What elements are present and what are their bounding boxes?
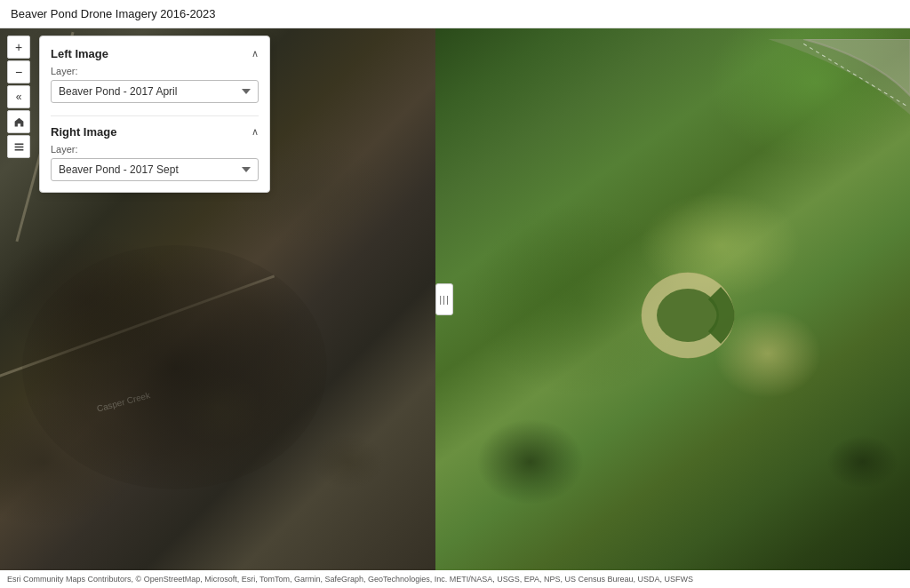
left-layer-label: Layer: <box>51 66 259 76</box>
app-title: Beaver Pond Drone Imagery 2016-2023 <box>11 7 216 20</box>
layers-button[interactable] <box>7 135 30 158</box>
left-image-title: Left Image <box>51 47 108 60</box>
home-button[interactable] <box>7 110 30 133</box>
back-button[interactable]: « <box>7 85 30 108</box>
map-right <box>435 28 910 570</box>
left-image-section: Left Image ∧ Layer: Beaver Pond - 2017 A… <box>51 47 259 103</box>
attribution-bar: Esri Community Maps Contributors, © Open… <box>0 570 910 588</box>
right-image-chevron[interactable]: ∧ <box>251 126 259 138</box>
title-bar: Beaver Pond Drone Imagery 2016-2023 <box>0 0 910 28</box>
right-layer-select[interactable]: Beaver Pond - 2017 Sept Beaver Pond - 20… <box>51 158 259 181</box>
layer-panel: Left Image ∧ Layer: Beaver Pond - 2017 A… <box>39 36 270 193</box>
left-image-header: Left Image ∧ <box>51 47 259 60</box>
svg-rect-3 <box>14 143 23 145</box>
creek-label: Casper Creek <box>95 390 150 414</box>
zoom-in-button[interactable]: + <box>7 36 30 59</box>
left-layer-select[interactable]: Beaver Pond - 2017 April Beaver Pond - 2… <box>51 80 259 103</box>
svg-rect-4 <box>14 146 23 147</box>
left-image-chevron[interactable]: ∧ <box>251 48 259 60</box>
pond-shape <box>635 266 741 364</box>
zoom-out-button[interactable]: − <box>7 60 30 83</box>
map-divider[interactable]: ||| <box>435 28 453 570</box>
svg-point-2 <box>657 289 719 342</box>
right-layer-label: Layer: <box>51 144 259 155</box>
map-controls: + − « <box>7 36 30 158</box>
panel-divider <box>51 115 259 116</box>
right-image-title: Right Image <box>51 125 116 139</box>
path-left-horizontal <box>0 274 275 381</box>
attribution-text: Esri Community Maps Contributors, © Open… <box>7 575 693 584</box>
road-curve <box>626 39 910 229</box>
right-image-header: Right Image ∧ <box>51 125 259 139</box>
right-image-section: Right Image ∧ Layer: Beaver Pond - 2017 … <box>51 125 259 181</box>
divider-handle[interactable]: ||| <box>435 283 453 315</box>
map-container: Casper Creek ||| + − « <box>0 28 910 570</box>
svg-rect-5 <box>14 148 23 150</box>
